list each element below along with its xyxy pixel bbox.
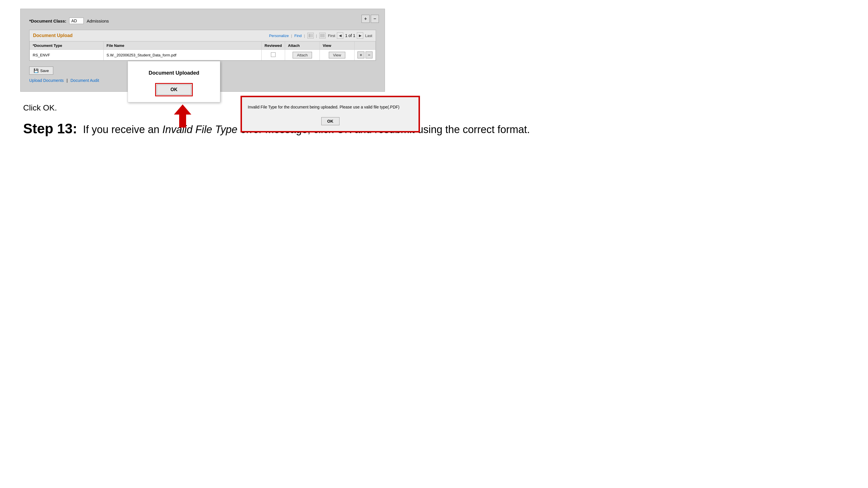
view-icon-2[interactable] xyxy=(319,33,326,38)
td-view: View xyxy=(320,50,354,61)
page-wrapper: + − *Document Class: Admissions Document… xyxy=(0,0,868,145)
document-audit-link[interactable]: Document Audit xyxy=(70,78,99,83)
row-add-button[interactable]: + xyxy=(358,52,364,59)
table-row: RS_ENVF S.W._202006253_Student_Data_form… xyxy=(30,50,376,61)
last-label: Last xyxy=(365,34,372,38)
links-separator: | xyxy=(67,78,69,83)
row-remove-button[interactable]: − xyxy=(366,52,372,59)
svg-rect-0 xyxy=(309,34,313,37)
header-right: Personalize | Find | | First ◀ 1 of 1 xyxy=(269,32,372,39)
th-attach: Attach xyxy=(285,42,320,50)
doc-table: *Document Type File Name Reviewed Attach… xyxy=(30,41,376,61)
doc-upload-title: Document Upload xyxy=(33,33,73,38)
td-reviewed xyxy=(261,50,285,61)
save-button[interactable]: 💾 Save xyxy=(29,67,53,75)
dialog-uploaded: Document Uploaded OK xyxy=(128,61,220,102)
find-link[interactable]: Find xyxy=(294,34,302,38)
next-arrow[interactable]: ▶ xyxy=(357,32,363,39)
step-label: Step 13: xyxy=(23,121,77,136)
dialog-error-message: Invalid File Type for the document being… xyxy=(248,103,413,111)
td-row-controls: + − xyxy=(354,50,376,61)
doc-class-label: *Document Class: xyxy=(29,19,66,24)
td-file-name: S.W._202006253_Student_Data_form.pdf xyxy=(104,50,261,61)
th-file-name: File Name xyxy=(104,42,261,50)
save-label: Save xyxy=(40,69,49,73)
th-row-controls xyxy=(354,42,376,50)
td-doc-type: RS_ENVF xyxy=(30,50,104,61)
doc-upload-section: Document Upload Personalize | Find | | F… xyxy=(29,30,376,61)
step-row: Step 13: If you receive an Invalid File … xyxy=(23,121,857,136)
dialog-error: Invalid File Type for the document being… xyxy=(241,96,420,132)
instructions: Click OK. Step 13: If you receive an Inv… xyxy=(11,103,857,136)
doc-class-input[interactable] xyxy=(69,18,84,24)
doc-class-name: Admissions xyxy=(87,19,109,24)
dialog-ok-wrapper: OK xyxy=(155,83,193,96)
reviewed-checkbox[interactable] xyxy=(271,52,276,57)
separator-3: | xyxy=(316,34,317,38)
step-text-normal: If you receive an xyxy=(83,124,162,135)
first-label: First xyxy=(328,34,335,38)
doc-upload-header: Document Upload Personalize | Find | | F… xyxy=(30,30,376,41)
view-button[interactable]: View xyxy=(329,52,346,59)
panel-add-button[interactable]: + xyxy=(362,15,370,23)
attach-button[interactable]: Attach xyxy=(292,52,312,59)
separator-2: | xyxy=(304,34,305,38)
panel-controls: + − xyxy=(362,15,379,23)
step-text-italic: Invalid File Type xyxy=(162,124,237,135)
nav-buttons: First ◀ 1 of 1 ▶ Last xyxy=(328,32,372,39)
dialog-uploaded-ok-button[interactable]: OK xyxy=(157,85,191,95)
view-icon-1[interactable] xyxy=(307,33,314,38)
panel-remove-button[interactable]: − xyxy=(371,15,379,23)
th-view: View xyxy=(320,42,354,50)
upload-documents-link[interactable]: Upload Documents xyxy=(29,78,64,83)
th-reviewed: Reviewed xyxy=(261,42,285,50)
doc-class-row: *Document Class: Admissions xyxy=(29,18,376,24)
save-icon: 💾 xyxy=(34,68,38,73)
click-ok-text: Click OK. xyxy=(23,103,857,112)
table-header-row: *Document Type File Name Reviewed Attach… xyxy=(30,42,376,50)
dialog-uploaded-title: Document Uploaded xyxy=(134,70,214,76)
page-info: 1 of 1 xyxy=(345,33,355,38)
dialog-error-ok-button[interactable]: OK xyxy=(321,117,340,125)
th-doc-type: *Document Type xyxy=(30,42,104,50)
td-attach: Attach xyxy=(285,50,320,61)
personalize-link[interactable]: Personalize xyxy=(269,34,289,38)
app-panel: + − *Document Class: Admissions Document… xyxy=(20,9,385,92)
separator-1: | xyxy=(291,34,292,38)
prev-arrow[interactable]: ◀ xyxy=(337,32,343,39)
row-controls: + − xyxy=(358,52,372,59)
svg-marker-8 xyxy=(174,104,191,128)
